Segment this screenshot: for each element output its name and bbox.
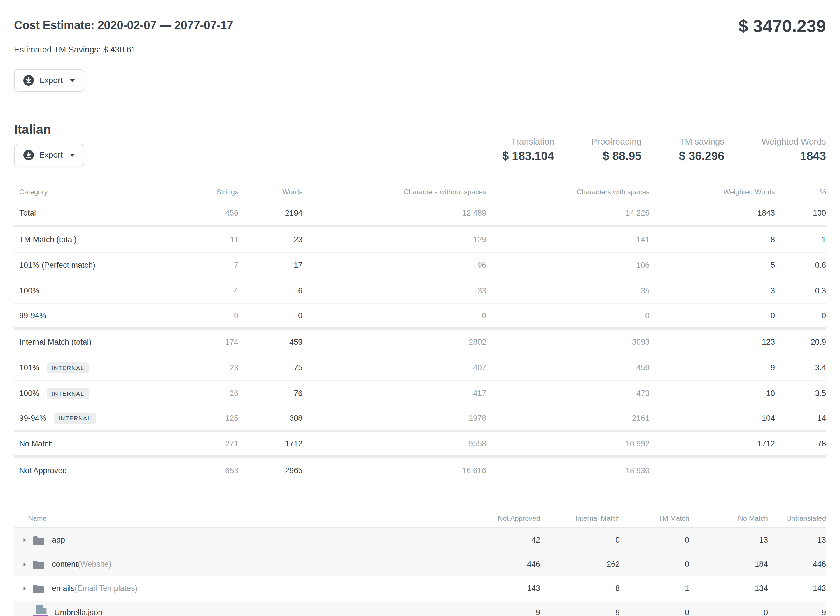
file-row-emails[interactable]: emails(Email Templates)14381134143 xyxy=(14,576,826,600)
percent-cell: 3.5 xyxy=(775,389,826,398)
file-row-app[interactable]: app42001313 xyxy=(14,528,826,552)
strings-cell: 4 xyxy=(168,286,238,295)
stat-translation: Translation$ 183.104 xyxy=(502,137,554,163)
files-col-header: No Match xyxy=(689,514,768,522)
words-cell: 308 xyxy=(238,414,303,423)
summary-stats: Translation$ 183.104Proofreading$ 88.95T… xyxy=(502,137,826,163)
header-divider xyxy=(14,106,826,106)
chars-with-cell: 459 xyxy=(486,363,650,373)
category-cell: 100%INTERNAL xyxy=(14,388,168,399)
internal-match-cell: 0 xyxy=(540,535,620,545)
not-approved-cell: 446 xyxy=(453,560,540,569)
stat-label: Proofreading xyxy=(591,137,642,147)
internal-badge: INTERNAL xyxy=(47,388,89,399)
words-cell: 76 xyxy=(238,389,303,398)
chars-with-cell: 106 xyxy=(486,261,650,270)
words-cell: 0 xyxy=(238,311,303,320)
stat-value: 1843 xyxy=(762,150,826,163)
weighted-cell: 5 xyxy=(650,261,775,270)
category-label: Internal Match (total) xyxy=(19,338,91,347)
percent-cell: 20.9 xyxy=(775,338,826,347)
chars-without-cell: 0 xyxy=(303,311,486,320)
expand-caret-icon[interactable] xyxy=(23,538,32,543)
files-col-header: Name xyxy=(14,514,453,522)
language-section-header: Italian Export Translation$ 183.104Proof… xyxy=(14,122,826,166)
export-button[interactable]: Export xyxy=(14,69,84,92)
category-label: 99-94% xyxy=(19,414,46,423)
expand-caret-icon[interactable] xyxy=(23,562,32,567)
cost-table-row: 99-94%000000 xyxy=(14,304,826,330)
category-cell: 99-94% xyxy=(14,311,168,320)
cost-col-header: Words xyxy=(238,188,303,196)
chars-without-cell: 12 489 xyxy=(303,209,486,218)
not-approved-cell: 9 xyxy=(453,608,540,616)
category-label: No Match xyxy=(19,439,53,449)
chars-with-cell: 2161 xyxy=(486,414,650,423)
file-name-suffix: (Website) xyxy=(78,560,112,569)
strings-cell: 23 xyxy=(168,363,238,373)
weighted-cell: 3 xyxy=(650,286,775,295)
words-cell: 6 xyxy=(238,286,303,295)
no-match-cell: 134 xyxy=(689,584,768,593)
cost-breakdown-table: CategoryStringsWordsCharacters without s… xyxy=(14,183,826,483)
chevron-down-icon xyxy=(70,79,75,82)
stat-proofreading: Proofreading$ 88.95 xyxy=(591,137,642,163)
files-col-header: TM Match xyxy=(620,514,689,522)
file-row-umbrella-json[interactable]: JSONUmbrella.json99009 xyxy=(14,600,826,616)
cost-table-row: 100%INTERNAL2676417473103.5 xyxy=(14,381,826,406)
cost-col-header: Category xyxy=(14,188,168,196)
weighted-cell: 123 xyxy=(650,338,775,347)
strings-cell: 11 xyxy=(168,235,238,244)
not-approved-cell: 143 xyxy=(453,584,540,593)
folder-icon xyxy=(32,535,52,546)
json-file-icon: JSON xyxy=(34,605,48,616)
internal-match-cell: 8 xyxy=(540,584,620,593)
category-cell: Total xyxy=(14,209,168,218)
category-cell: No Match xyxy=(14,439,168,449)
internal-match-cell: 9 xyxy=(540,608,620,616)
cost-table-row: 99-94%INTERNAL1253081978216110414 xyxy=(14,406,826,432)
words-cell: 2194 xyxy=(238,209,303,218)
cost-table-row: Total456219412 48914 2261843100 xyxy=(14,201,826,227)
stat-value: $ 36.296 xyxy=(679,150,724,163)
files-table-header: NameNot ApprovedInternal MatchTM MatchNo… xyxy=(14,509,826,528)
folder-icon xyxy=(32,583,52,594)
expand-caret-icon[interactable] xyxy=(23,586,32,591)
file-name-suffix: (Email Templates) xyxy=(75,584,138,593)
cost-table-row: Internal Match (total)174459280230931232… xyxy=(14,330,826,355)
percent-cell: — xyxy=(775,466,826,475)
stat-label: TM savings xyxy=(679,137,724,147)
untranslated-cell: 143 xyxy=(768,584,826,593)
category-label: 101% xyxy=(19,363,40,373)
category-label: Total xyxy=(19,209,36,218)
page-title: Cost Estimate: 2020-02-07 — 2077-07-17 xyxy=(14,18,233,32)
tm-match-cell: 0 xyxy=(620,560,689,569)
estimated-tm-savings: Estimated TM Savings: $ 430.61 xyxy=(14,45,826,54)
chars-without-cell: 129 xyxy=(303,235,486,244)
untranslated-cell: 13 xyxy=(768,535,826,545)
chars-with-cell: 3093 xyxy=(486,338,650,347)
category-label: 99-94% xyxy=(19,311,46,320)
cost-table-row: No Match2711712955810 992171278 xyxy=(14,432,826,458)
chevron-down-icon xyxy=(70,154,75,157)
chars-without-cell: 2802 xyxy=(303,338,486,347)
cost-col-header: Characters without spaces xyxy=(303,188,486,196)
category-cell: 99-94%INTERNAL xyxy=(14,413,168,424)
report-header: Cost Estimate: 2020-02-07 — 2077-07-17 $… xyxy=(14,18,826,92)
cost-col-header: % xyxy=(775,188,826,196)
language-export-button[interactable]: Export xyxy=(14,144,84,166)
strings-cell: 653 xyxy=(168,466,238,475)
percent-cell: 14 xyxy=(775,414,826,423)
stat-value: $ 88.95 xyxy=(591,150,642,163)
file-row-content[interactable]: content(Website)4462620184446 xyxy=(14,552,826,576)
tm-match-cell: 0 xyxy=(620,535,689,545)
weighted-cell: 1712 xyxy=(650,439,775,449)
weighted-cell: 104 xyxy=(650,414,775,423)
strings-cell: 271 xyxy=(168,439,238,449)
file-name-cell: app xyxy=(14,535,453,546)
weighted-cell: — xyxy=(650,466,775,475)
tm-match-cell: 0 xyxy=(620,608,689,616)
untranslated-cell: 446 xyxy=(768,560,826,569)
strings-cell: 26 xyxy=(168,389,238,398)
files-table-body: app42001313content(Website)4462620184446… xyxy=(14,528,826,616)
